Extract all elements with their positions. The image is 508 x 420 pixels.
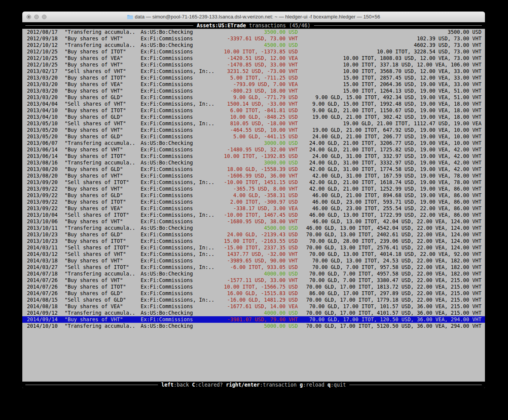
transaction-date: 2013/03/20	[27, 75, 58, 81]
transaction-other-accounts: Ex:Fi:Commissions, In:..	[141, 212, 214, 218]
bar-rule-left	[25, 25, 193, 26]
transaction-balance: 70.00 GLD, 13.00 ITOT, 24.53 USD, 22.00 …	[312, 257, 481, 264]
transaction-balance: 42.00 GLD, 31.00 ITOT, 1774.58 USD, 19.0…	[309, 166, 481, 173]
key-hint: C:cleared?	[192, 382, 223, 388]
transaction-description: "Buy shares of VHT"	[65, 146, 123, 153]
transaction-row[interactable]: 2014/07/18 "Transfering accumula.. As:US…	[22, 271, 485, 277]
transaction-row[interactable]: 2012/09/18 "Buy shares of VHT" Ex:Fi:Com…	[22, 35, 485, 42]
transaction-row[interactable]: 2012/10/25 "Buy shares of ITOT" Ex:Fi:Co…	[22, 48, 485, 55]
transaction-amount: 4500.00 USD	[264, 225, 298, 231]
transaction-description: "Transfering accumula..	[65, 29, 135, 35]
zoom-button[interactable]	[42, 15, 46, 19]
transaction-row[interactable]: 2014/03/18 "Buy shares of VHT" Ex:Fi:Com…	[22, 257, 485, 264]
transaction-date: 2012/10/25	[27, 55, 58, 61]
transaction-row[interactable]: 2013/09/20 "Sell shares of ITOT" Ex:Fi:C…	[22, 179, 485, 186]
transaction-row[interactable]: 2013/08/20 "Buy shares of VHT" Ex:Fi:Com…	[22, 173, 485, 179]
transaction-amount: -16.00 GLD, 1481.29 USD	[227, 297, 298, 303]
transaction-row[interactable]: 2013/10/06 "Buy shares of VHT" Ex:Fi:Com…	[22, 218, 485, 225]
transaction-amount: -10.00 ITOT, 1467.45 USD	[224, 212, 298, 218]
transaction-row[interactable]: 2013/03/20 "Buy shares of VEA" Ex:Fi:Com…	[22, 81, 485, 88]
transaction-row[interactable]: 2014/09/14 "Buy shares of VHT" Ex:Fi:Com…	[22, 316, 485, 323]
transaction-row[interactable]: 2012/08/17 "Transfering accumula.. As:US…	[22, 29, 485, 35]
transaction-row[interactable]: 2014/09/12 "Transfering accumula.. As:US…	[22, 310, 485, 316]
transaction-row[interactable]: 2013/04/10 "Buy shares of GLD" Ex:Fi:Com…	[22, 114, 485, 120]
transaction-balance: 19.00 GLD, 21.00 ITOT, 302.42 USD, 19.00…	[312, 114, 481, 120]
transaction-row[interactable]: 2013/09/22 "Buy shares of ITOT" Ex:Fi:Co…	[22, 199, 485, 205]
transaction-row[interactable]: 2013/10/04 "Sell shares of ITOT" Ex:Fi:C…	[22, 212, 485, 218]
transaction-row[interactable]: 2014/03/11 "Sell shares of ITOT" Ex:Fi:C…	[22, 244, 485, 251]
transaction-balance: 46.00 GLD, 13.00 ITOT, 4542.04 USD, 22.0…	[306, 225, 481, 231]
transaction-other-accounts: Ex:Fi:Commissions	[141, 81, 193, 88]
transaction-row[interactable]: 2013/06/07 "Transfering accumula.. As:US…	[22, 140, 485, 146]
transaction-row[interactable]: 2013/05/20 "Buy shares of VHT" Ex:Fi:Com…	[22, 127, 485, 133]
transaction-amount: -1606.99 USD, 36.00 VHT	[227, 173, 298, 179]
transaction-balance: 10.00 ITOT, 3228.54 USD, 73.00 VHT	[377, 48, 481, 55]
transaction-row[interactable]: 2012/10/25 "Buy shares of VEA" Ex:Fi:Com…	[22, 55, 485, 61]
transaction-date: 2013/06/14	[27, 153, 58, 159]
transaction-amount: 4000.00 USD	[264, 310, 298, 316]
transaction-balance: 70.00 GLD, 7.00 ITOT, 957.58 USD, 22.00 …	[312, 264, 481, 271]
transaction-row[interactable]: 2014/07/26 "Buy shares of VHT" Ex:Fi:Com…	[22, 277, 485, 284]
transaction-balance: 46.00 GLD, 13.00 ITOT, 42.04 USD, 22.00 …	[312, 218, 481, 225]
transaction-amount: -15.00 ITOT, 2337.35 USD	[224, 244, 298, 251]
transaction-amount: 10.00 ITOT, -1392.85 USD	[224, 153, 298, 159]
transaction-other-accounts: Ex:Fi:Commissions	[141, 231, 193, 238]
transaction-balance: 70.00 GLD, 7.00 ITOT, 3380.47 USD, 22.00…	[309, 277, 481, 284]
transaction-row[interactable]: 2014/08/15 "Sell shares of GLD" Ex:Fi:Co…	[22, 297, 485, 303]
transaction-row[interactable]: 2013/05/20 "Buy shares of GLD" Ex:Fi:Com…	[22, 133, 485, 140]
transaction-row[interactable]: 2013/03/20 "Buy shares of GLD" Ex:Fi:Com…	[22, 94, 485, 101]
window-titlebar[interactable]: data — simon@pool-71-165-239-133.lsanca.…	[22, 12, 485, 22]
transaction-amount: -338.17 USD, 3.00 VEA	[233, 205, 298, 212]
transaction-other-accounts: Ex:Fi:Commissions	[141, 166, 193, 173]
transaction-row[interactable]: 2013/04/04 "Sell shares of VHT" Ex:Fi:Co…	[22, 101, 485, 107]
transaction-row[interactable]: 2013/10/11 "Transfering accumula.. As:US…	[22, 225, 485, 231]
transaction-row[interactable]: 2013/03/20 "Buy shares of VHT" Ex:Fi:Com…	[22, 88, 485, 94]
transaction-balance: 10.00 ITOT, 3568.70 USD, 12.00 VEA, 33.0…	[343, 68, 481, 75]
transaction-row[interactable]: 2014/10/10 "Transfering accumula.. As:US…	[22, 323, 485, 329]
transaction-row[interactable]: 2013/03/20 "Buy shares of ITOT" Ex:Fi:Co…	[22, 75, 485, 81]
transaction-description: "Transfering accumula..	[65, 159, 135, 166]
transaction-row[interactable]: 2012/10/12 "Transfering accumula.. As:US…	[22, 42, 485, 48]
minimize-button[interactable]	[34, 15, 39, 19]
transaction-row[interactable]: 2013/06/14 "Buy shares of VHT" Ex:Fi:Com…	[22, 146, 485, 153]
transaction-balance: 46.00 GLD, 21.00 ITOT, 894.68 USD, 19.00…	[312, 192, 481, 199]
transaction-row[interactable]: 2013/09/22 "Buy shares of VEA" Ex:Fi:Com…	[22, 205, 485, 212]
transaction-amount: -793.09 USD, 7.00 VEA	[233, 81, 298, 88]
transaction-row[interactable]: 2013/08/16 "Transfering accumula.. As:US…	[22, 159, 485, 166]
transaction-row[interactable]: 2013/04/10 "Buy shares of ITOT" Ex:Fi:Co…	[22, 107, 485, 114]
transaction-balance: 9.00 GLD, 15.00 ITOT, 1992.48 USD, 19.00…	[312, 101, 481, 107]
transaction-description: "Buy shares of VHT"	[65, 277, 123, 284]
terminal-window: data — simon@pool-71-165-239-133.lsanca.…	[22, 12, 485, 388]
transaction-other-accounts: Ex:Fi:Commissions	[141, 284, 193, 290]
transaction-description: "Buy shares of VHT"	[65, 35, 123, 42]
transaction-amount: 4500.00 USD	[264, 42, 298, 48]
transaction-row[interactable]: 2014/07/26 "Buy shares of ITOT" Ex:Fi:Co…	[22, 284, 485, 290]
transaction-row[interactable]: 2013/10/23 "Buy shares of ITOT" Ex:Fi:Co…	[22, 238, 485, 244]
transaction-row[interactable]: 2013/10/23 "Buy shares of GLD" Ex:Fi:Com…	[22, 231, 485, 238]
transaction-balance: 70.00 GLD, 17.00 ITOT, 1779.18 USD, 22.0…	[306, 297, 481, 303]
transaction-amount: 3000.00 USD	[264, 140, 298, 146]
transaction-row[interactable]: 2013/05/10 "Sell shares of VHT" Ex:Fi:Co…	[22, 120, 485, 127]
transaction-date: 2014/03/18	[27, 257, 58, 264]
transaction-row[interactable]: 2013/02/17 "Sell shares of VHT" Ex:Fi:Co…	[22, 68, 485, 75]
transaction-row[interactable]: 2013/09/22 "Buy shares of VHT" Ex:Fi:Com…	[22, 186, 485, 192]
transaction-row[interactable]: 2014/03/27 "Sell shares of ITOT" Ex:Fi:C…	[22, 264, 485, 271]
screen-title: Assets:US:ETrade transactions (45/46)	[193, 22, 314, 29]
transaction-date: 2013/10/04	[27, 212, 58, 218]
key-hint: q:quit	[327, 382, 346, 388]
transaction-amount: 18.00 GLD, -1558.39 USD	[227, 166, 298, 173]
transaction-balance: 86.00 GLD, 17.00 ITOT, 297.89 USD, 22.00…	[309, 290, 481, 297]
close-button[interactable]	[27, 15, 31, 19]
transaction-amount: 9.00 GLD, -771.79 USD	[233, 94, 298, 101]
transaction-amount: -3981.07 USD, 79.00 VHT	[227, 316, 298, 323]
transaction-balance: 15.00 ITOT, 1264.13 USD, 19.00 VEA, 51.0…	[343, 88, 481, 94]
transaction-date: 2013/05/10	[27, 120, 58, 127]
transaction-row[interactable]: 2014/08/18 "Buy shares of VEA" Ex:Fi:Com…	[22, 303, 485, 310]
transaction-other-accounts: As:US:Bo:Checking	[141, 140, 193, 146]
transaction-row[interactable]: 2013/08/20 "Buy shares of GLD" Ex:Fi:Com…	[22, 166, 485, 173]
transaction-row[interactable]: 2013/09/22 "Buy shares of GLD" Ex:Fi:Com…	[22, 192, 485, 199]
transaction-row[interactable]: 2012/10/25 "Buy shares of VHT" Ex:Fi:Com…	[22, 61, 485, 68]
transaction-row[interactable]: 2013/06/14 "Buy shares of ITOT" Ex:Fi:Co…	[22, 153, 485, 159]
transaction-row[interactable]: 2014/03/12 "Sell shares of VHT" Ex:Fi:Co…	[22, 251, 485, 257]
transaction-row[interactable]: 2014/07/26 "Buy shares of GLD" Ex:Fi:Com…	[22, 290, 485, 297]
